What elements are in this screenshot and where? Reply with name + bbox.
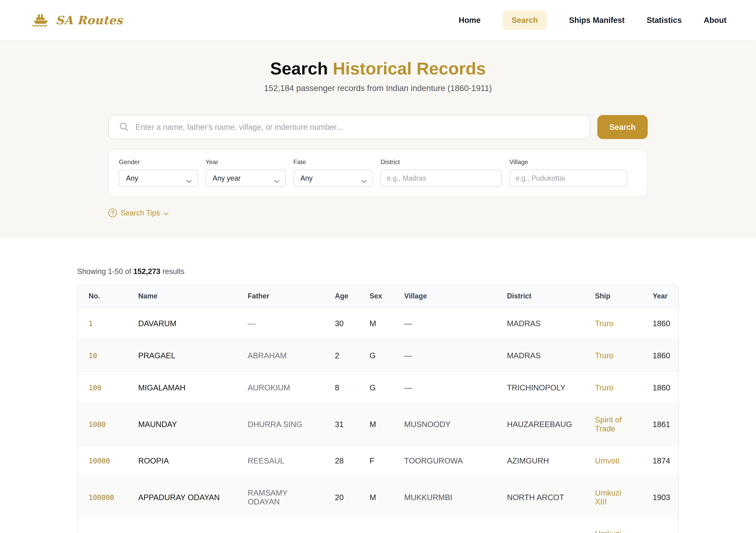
filter-group-gender: Gender Any — [119, 158, 198, 187]
cell-no[interactable]: 1000 — [78, 404, 138, 445]
cell-ship[interactable]: Truro — [595, 372, 653, 404]
cell-sex: M — [369, 404, 404, 445]
cell-father: DHURRA SING — [248, 404, 335, 445]
magnifier-icon — [119, 122, 129, 133]
cell-age: 8 — [335, 372, 369, 404]
cell-year — [653, 518, 678, 533]
chevron-down-icon — [361, 177, 367, 185]
cell-father — [248, 518, 335, 533]
cell-name: MIGALAMAH — [138, 372, 248, 404]
cell-ship[interactable]: Umkuzi XIII — [595, 477, 653, 518]
results-summary: Showing 1-50 of 152,273 results — [77, 267, 679, 276]
cell-father: — — [248, 308, 335, 339]
brand-logo[interactable]: SA Routes — [32, 13, 123, 28]
chevron-down-icon — [164, 209, 169, 217]
chevron-down-icon — [186, 177, 192, 185]
table-row[interactable]: Umkuzi — [78, 518, 678, 533]
cell-ship[interactable]: Truro — [595, 308, 653, 339]
table-row[interactable]: 1DAVARUM—30M—MADRASTruro1860 — [78, 308, 678, 339]
search-tips-label: Search Tips — [121, 209, 160, 217]
column-header-sex: Sex — [369, 285, 404, 308]
cell-village: MUSNOODY — [404, 404, 507, 445]
cell-father: RAMSAMY ODAYAN — [248, 477, 335, 518]
cell-sex: M — [369, 477, 404, 518]
cell-district — [507, 518, 595, 533]
page-subtitle: 152,184 passenger records from Indian in… — [0, 84, 756, 93]
cell-ship[interactable]: Truro — [595, 339, 653, 372]
cell-name: DAVARUM — [138, 308, 248, 339]
search-tips-toggle[interactable]: ? Search Tips — [108, 209, 648, 217]
nav-item-home[interactable]: Home — [459, 16, 481, 25]
column-header-no: No. — [78, 285, 138, 308]
table-row[interactable]: 100000APPADURAY ODAYANRAMSAMY ODAYAN20MM… — [78, 477, 678, 518]
column-header-district: District — [507, 285, 595, 308]
cell-ship[interactable]: Umkuzi — [595, 518, 653, 533]
cell-district: TRICHINOPOLY — [507, 372, 595, 404]
results-section: Showing 1-50 of 152,273 results No.NameF… — [77, 267, 679, 533]
cell-name: APPADURAY ODAYAN — [138, 477, 248, 518]
cell-no[interactable]: 100000 — [78, 477, 138, 518]
cell-village: MUKKURMBI — [404, 477, 507, 518]
header: SA Routes HomeSearchShips ManifestStatis… — [0, 0, 756, 41]
filter-label: Gender — [119, 158, 198, 166]
filter-group-district: District — [381, 158, 502, 187]
cell-village: TOORGUROWA — [404, 445, 507, 477]
cell-name: ROOPIA — [138, 445, 248, 477]
fate-select[interactable]: Any — [293, 170, 373, 187]
cell-village — [404, 518, 507, 533]
hero-section: Search Historical Records 152,184 passen… — [0, 41, 756, 238]
cell-age: 20 — [335, 477, 369, 518]
cell-district: NORTH ARCOT — [507, 477, 595, 518]
cell-age: 30 — [335, 308, 369, 339]
results-summary-prefix: Showing 1-50 of — [77, 267, 133, 276]
cell-father: REESAUL — [248, 445, 335, 477]
nav-item-ships-manifest[interactable]: Ships Manifest — [569, 16, 625, 25]
cell-sex — [369, 518, 404, 533]
main-nav: HomeSearchShips ManifestStatisticsAbout — [459, 11, 726, 30]
results-table-card: No.NameFatherAgeSexVillageDistrictShipYe… — [77, 284, 679, 533]
page-title-accent: Historical Records — [333, 59, 486, 78]
column-header-ship: Ship — [595, 285, 653, 308]
filter-group-village: Village — [509, 158, 627, 187]
cell-district: MADRAS — [507, 308, 595, 339]
table-row[interactable]: 10000ROOPIAREESAUL28FTOORGUROWAAZIMGURHU… — [78, 445, 678, 477]
cell-no[interactable]: 10000 — [78, 445, 138, 477]
results-count: 152,273 — [133, 267, 160, 276]
nav-item-statistics[interactable]: Statistics — [647, 16, 682, 25]
cell-no[interactable] — [78, 518, 138, 533]
search-button[interactable]: Search — [597, 115, 648, 139]
village-input[interactable] — [509, 170, 627, 187]
cell-ship[interactable]: Umvoti — [595, 445, 653, 477]
cell-age: 31 — [335, 404, 369, 445]
cell-age: 28 — [335, 445, 369, 477]
cell-sex: M — [369, 308, 404, 339]
cell-no[interactable]: 1 — [78, 308, 138, 339]
select-value: Any year — [213, 174, 241, 182]
filters-panel: Gender Any Year Any year Fat — [108, 149, 648, 197]
filter-label: District — [381, 158, 502, 166]
table-row[interactable]: 1000MAUNDAYDHURRA SING31MMUSNOODYHAUZARE… — [78, 404, 678, 445]
cell-no[interactable]: 100 — [78, 372, 138, 404]
year-select[interactable]: Any year — [205, 170, 286, 187]
page-title: Search Historical Records — [0, 59, 756, 78]
cell-no[interactable]: 10 — [78, 339, 138, 372]
brand-name: SA Routes — [56, 14, 123, 27]
page-title-prefix: Search — [270, 59, 328, 78]
table-row[interactable]: 10PRAGAELABRAHAM2G—MADRASTruro1860 — [78, 339, 678, 372]
district-input[interactable] — [381, 170, 502, 187]
cell-name: MAUNDAY — [138, 404, 248, 445]
cell-village: — — [404, 308, 507, 339]
question-circle-icon: ? — [108, 209, 117, 217]
column-header-year: Year — [653, 285, 678, 308]
cell-ship[interactable]: Spirit of Trade — [595, 404, 653, 445]
cell-name — [138, 518, 248, 533]
search-row: Search — [108, 115, 648, 139]
gender-select[interactable]: Any — [119, 170, 198, 187]
cell-age — [335, 518, 369, 533]
cell-year: 1860 — [653, 372, 678, 404]
table-row[interactable]: 100MIGALAMAHAUROKIUM8G—TRICHINOPOLYTruro… — [78, 372, 678, 404]
search-input[interactable] — [108, 115, 590, 139]
select-value: Any — [300, 174, 312, 182]
nav-item-search[interactable]: Search — [502, 11, 547, 30]
nav-item-about[interactable]: About — [704, 16, 726, 25]
